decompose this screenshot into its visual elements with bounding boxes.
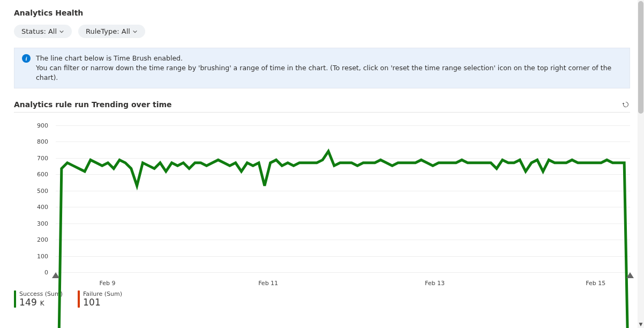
chevron-down-icon [132, 29, 138, 34]
x-tick: Feb 13 [425, 280, 445, 287]
x-tick: Feb 11 [258, 280, 278, 287]
x-axis: Feb 9Feb 11Feb 13Feb 15 [56, 272, 630, 286]
x-tick: Feb 9 [99, 280, 115, 287]
series-success [56, 152, 630, 328]
info-text: The line chart below is Time Brush enabl… [36, 54, 622, 83]
vertical-scrollbar[interactable]: ▼ [638, 0, 644, 328]
ruletype-filter-label: RuleType: All [86, 27, 130, 35]
filter-row: Status: All RuleType: All [14, 25, 630, 38]
scroll-down-icon[interactable]: ▼ [638, 322, 644, 327]
y-tick: 200 [14, 236, 51, 243]
x-tick: Feb 15 [586, 280, 605, 287]
ruletype-filter[interactable]: RuleType: All [78, 25, 145, 38]
y-tick: 800 [14, 138, 51, 145]
y-tick: 500 [14, 187, 51, 194]
y-tick: 600 [14, 171, 51, 178]
brush-handle-right[interactable] [626, 272, 634, 278]
info-icon: i [22, 54, 31, 63]
info-banner: i The line chart below is Time Brush ena… [14, 48, 630, 88]
y-tick: 400 [14, 204, 51, 211]
scrollbar-thumb[interactable] [638, 1, 643, 114]
y-axis: 0100200300400500600700800900 [14, 117, 51, 272]
y-tick: 900 [14, 122, 51, 129]
y-tick: 0 [14, 269, 51, 276]
info-line-1: The line chart below is Time Brush enabl… [36, 54, 622, 63]
status-filter-label: Status: All [21, 27, 57, 35]
chart-title: Analytics rule run Trending over time [14, 100, 172, 109]
chart-plot[interactable] [56, 117, 630, 328]
y-tick: 100 [14, 252, 51, 259]
brush-handle-left[interactable] [52, 272, 59, 278]
status-filter[interactable]: Status: All [14, 25, 72, 38]
page-title: Analytics Health [14, 9, 630, 17]
y-tick: 300 [14, 220, 51, 227]
y-tick: 700 [14, 154, 51, 161]
chart-area[interactable]: 0100200300400500600700800900 [14, 117, 630, 272]
info-line-2: You can filter or narrow down the time r… [36, 63, 622, 83]
legend-color-success [14, 290, 16, 308]
chevron-down-icon [59, 29, 64, 34]
reset-time-range-icon[interactable] [621, 100, 630, 109]
divider [14, 112, 630, 113]
